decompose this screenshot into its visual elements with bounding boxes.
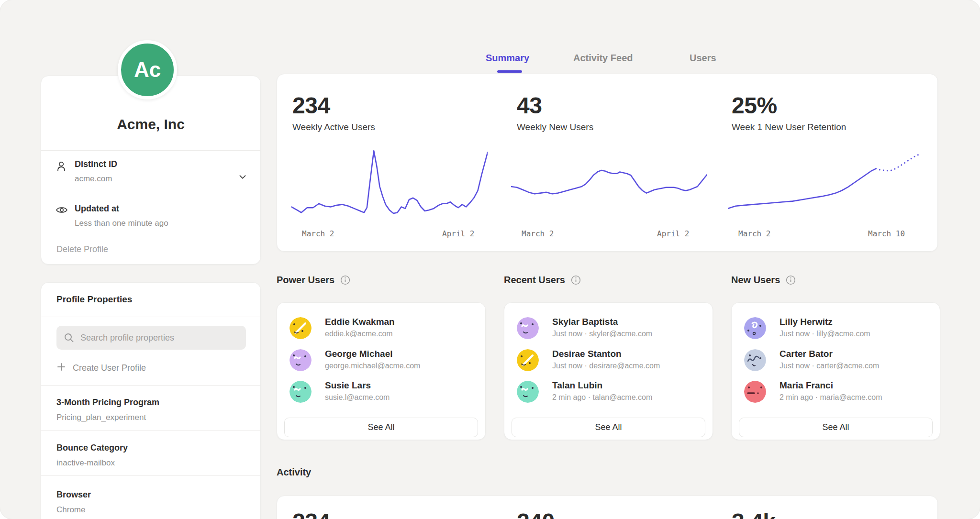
tab-summary[interactable]: Summary — [486, 53, 529, 64]
user-avatar — [744, 381, 766, 403]
user-row[interactable]: Maria Franci2 min ago · maria@acme.com — [744, 380, 928, 408]
user-detail: 2 min ago · maria@acme.com — [780, 393, 882, 402]
property-value: Pricing_plan_experiment — [56, 413, 146, 422]
x-axis-tick: March 2 — [522, 229, 554, 238]
stat-value: 25% — [732, 92, 777, 119]
company-profile-card: Acme, Inc Distinct IDacme.comUpdated atL… — [41, 76, 261, 265]
user-row[interactable]: Eddie Kwakmaneddie.k@acme.com — [290, 316, 474, 344]
company-avatar-initials: Ac — [134, 58, 161, 82]
profile-properties-search — [56, 326, 246, 350]
user-avatar — [290, 317, 312, 339]
user-row[interactable]: Desirae StantonJust now · desirare@acme.… — [517, 348, 701, 376]
user-row[interactable]: George Michaelgeorge.michael@acme.com — [290, 348, 474, 376]
user-row[interactable]: Skylar BaptistaJust now · skyler@acme.co… — [517, 316, 701, 344]
meta-value: Less than one minute ago — [75, 219, 168, 228]
company-name: Acme, Inc — [41, 116, 260, 133]
user-name: Susie Lars — [325, 380, 371, 391]
activity-stat-value: 234 — [292, 508, 330, 519]
user-avatar — [517, 349, 539, 371]
x-axis-tick: April 2 — [442, 229, 474, 238]
create-user-profile-button[interactable]: Create User Profile — [56, 362, 146, 374]
section-title: Power Users — [277, 275, 334, 286]
property-name: 3-Month Pricing Program — [56, 398, 159, 408]
company-avatar: Ac — [118, 40, 177, 99]
sparkline-chart — [291, 146, 488, 227]
section-title: Recent Users — [504, 275, 565, 286]
divider — [41, 475, 260, 476]
user-sections: Power UsersEddie Kwakmaneddie.k@acme.com… — [277, 273, 938, 441]
info-icon[interactable] — [786, 275, 796, 285]
x-axis-tick: March 2 — [302, 229, 334, 238]
see-all-button[interactable]: See All — [284, 418, 478, 437]
sparkline-series-weekly-new-users — [511, 170, 707, 194]
section-title: New Users — [731, 275, 780, 286]
plus-icon — [56, 362, 66, 374]
meta-label: Distinct ID — [75, 159, 117, 169]
user-avatar — [517, 381, 539, 403]
activity-stat-value: 3.4k — [732, 508, 775, 519]
section-header-power-users: Power Users — [277, 275, 350, 286]
tab-activity-feed[interactable]: Activity Feed — [573, 53, 633, 64]
divider — [41, 317, 260, 317]
info-icon[interactable] — [571, 275, 581, 285]
chevron-down-icon[interactable] — [237, 172, 248, 184]
info-icon[interactable] — [340, 275, 350, 285]
stat-value: 43 — [517, 92, 542, 119]
user-row[interactable]: Lilly HerwitzJust now · lilly@acme.com — [744, 316, 928, 344]
user-name: Carter Bator — [780, 349, 833, 359]
stat-label: Weekly Active Users — [292, 122, 375, 133]
property-name: Bounce Category — [56, 443, 128, 453]
user-name: Lilly Herwitz — [780, 317, 833, 327]
recent-users-card: Skylar BaptistaJust now · skyler@acme.co… — [504, 302, 713, 440]
see-all-button[interactable]: See All — [512, 418, 705, 437]
property-name: Browser — [56, 490, 91, 500]
profile-properties-title: Profile Properties — [56, 294, 132, 305]
user-detail: 2 min ago · talan@acme.com — [552, 393, 652, 402]
divider — [41, 385, 260, 386]
property-value: inactive-mailbox — [56, 458, 115, 468]
sparkline-series-retention-observed — [728, 169, 876, 209]
user-name: Eddie Kwakman — [325, 317, 395, 327]
user-detail: Just now · lilly@acme.com — [780, 330, 870, 338]
meta-value: acme.com — [75, 174, 112, 184]
user-avatar — [744, 349, 766, 371]
user-row[interactable]: Susie Larssusie.l@acme.com — [290, 380, 474, 408]
stat-value: 234 — [292, 92, 330, 119]
activity-card: 2342403.4k — [277, 496, 938, 519]
user-detail: eddie.k@acme.com — [325, 330, 393, 338]
delete-profile-button[interactable]: Delete Profile — [56, 244, 108, 254]
stat-label: Week 1 New User Retention — [732, 122, 846, 133]
user-detail: george.michael@acme.com — [325, 362, 420, 370]
user-name: Skylar Baptista — [552, 317, 618, 327]
see-all-button[interactable]: See All — [739, 418, 933, 437]
summary-card: 234Weekly Active UsersMarch 2April 243We… — [277, 74, 938, 252]
sparkline-chart — [511, 146, 707, 227]
section-header-recent-users: Recent Users — [504, 275, 581, 286]
tab-users[interactable]: Users — [690, 53, 716, 64]
divider — [41, 238, 260, 238]
new-users-card: Lilly HerwitzJust now · lilly@acme.comCa… — [731, 302, 940, 440]
person-icon — [56, 160, 67, 175]
search-input[interactable] — [79, 326, 242, 350]
create-user-profile-label: Create User Profile — [73, 363, 146, 373]
user-avatar — [744, 317, 766, 339]
user-detail: Just now · desirare@acme.com — [552, 362, 660, 370]
app-frame: Ac Acme, Inc Distinct IDacme.comUpdated … — [0, 0, 980, 519]
user-name: Maria Franci — [780, 380, 833, 391]
user-row[interactable]: Talan Lubin2 min ago · talan@acme.com — [517, 380, 701, 408]
x-axis-tick: April 2 — [657, 229, 689, 238]
activity-title: Activity — [277, 467, 311, 478]
user-row[interactable]: Carter BatorJust now · carter@acme.com — [744, 348, 928, 376]
activity-stat-value: 240 — [517, 508, 555, 519]
sparkline-series-retention-projected — [876, 154, 921, 171]
meta-label: Updated at — [75, 204, 119, 214]
user-detail: Just now · skyler@acme.com — [552, 330, 652, 338]
x-axis-tick: March 2 — [738, 229, 770, 238]
user-detail: susie.l@acme.com — [325, 393, 390, 402]
user-avatar — [517, 317, 539, 339]
stat-label: Weekly New Users — [517, 122, 593, 133]
profile-properties-card: Profile Properties Create User Profile 3… — [41, 282, 261, 519]
user-avatar — [290, 381, 312, 403]
divider — [41, 150, 260, 151]
divider — [41, 430, 260, 431]
